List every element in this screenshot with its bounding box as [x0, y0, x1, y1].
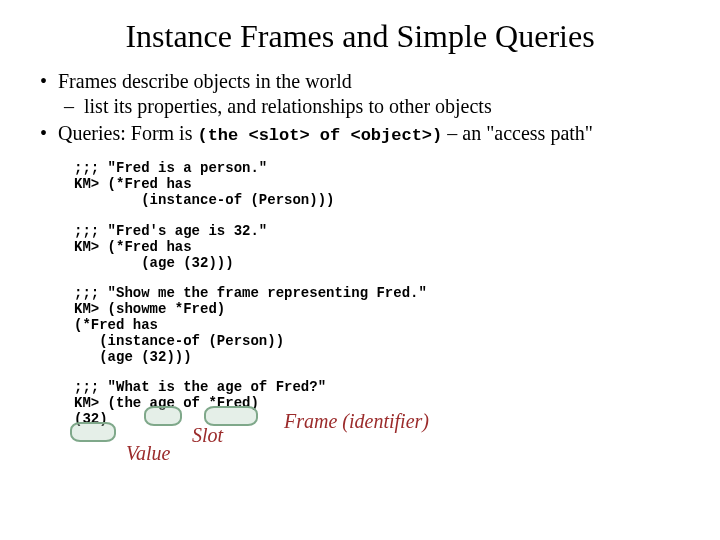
code-block-1: ;;; "Fred is a person." KM> (*Fred has (…	[74, 160, 690, 208]
bullet-1-text: Frames describe objects in the world	[58, 70, 352, 92]
bullet-2: Queries: Form is (the <slot> of <object>…	[58, 121, 690, 146]
code-block-3: ;;; "Show me the frame representing Fred…	[74, 285, 690, 365]
code-block-2: ;;; "Fred's age is 32." KM> (*Fred has (…	[74, 223, 690, 271]
bullet-2-post: – an "access path"	[442, 122, 593, 144]
bullet-list: Frames describe objects in the world lis…	[30, 69, 690, 146]
bullet-2-pre: Queries: Form is	[58, 122, 197, 144]
annot-value: Value	[126, 442, 170, 465]
bullet-1-sub: list its properties, and relationships t…	[84, 94, 690, 119]
annot-slot: Slot	[192, 424, 223, 447]
bullet-2-code: (the <slot> of <object>)	[197, 126, 442, 145]
code-area: ;;; "Fred is a person." KM> (*Fred has (…	[74, 160, 690, 427]
slide-title: Instance Frames and Simple Queries	[30, 18, 690, 55]
annot-frame: Frame (identifier)	[284, 410, 429, 433]
bullet-1: Frames describe objects in the world lis…	[58, 69, 690, 119]
